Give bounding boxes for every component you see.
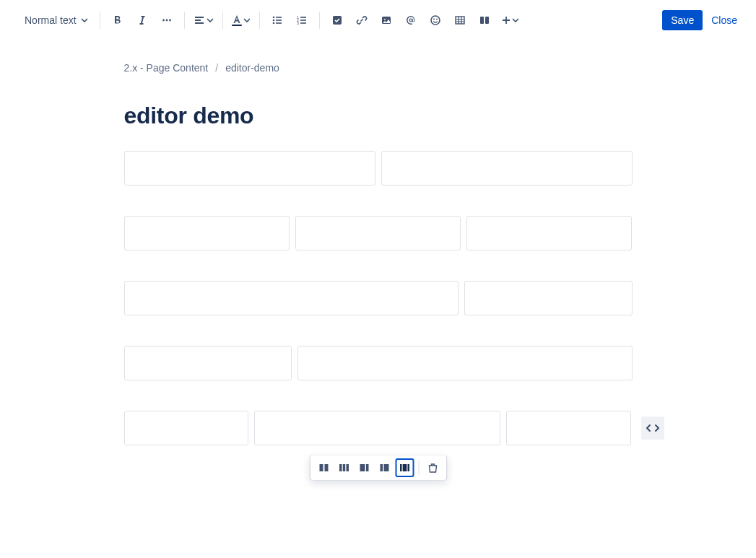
mention-icon bbox=[405, 14, 417, 26]
chevron-down-icon bbox=[81, 17, 88, 24]
svg-rect-10 bbox=[300, 17, 306, 18]
svg-rect-23 bbox=[485, 17, 489, 24]
layout-cell[interactable] bbox=[124, 411, 248, 445]
left-wide-icon bbox=[358, 462, 370, 474]
layout-button[interactable] bbox=[473, 9, 496, 32]
mention-button[interactable] bbox=[399, 9, 422, 32]
bold-button[interactable] bbox=[106, 9, 129, 32]
svg-rect-16 bbox=[382, 17, 391, 24]
svg-rect-29 bbox=[360, 464, 365, 471]
svg-text:1: 1 bbox=[297, 15, 299, 19]
layout-cell[interactable] bbox=[124, 346, 292, 380]
svg-rect-6 bbox=[276, 19, 282, 21]
formatting-group bbox=[106, 9, 178, 32]
task-icon bbox=[331, 14, 343, 26]
editor-toolbar: Normal text bbox=[0, 0, 756, 40]
save-button[interactable]: Save bbox=[662, 10, 703, 30]
layout-option-three-equal[interactable] bbox=[334, 458, 353, 477]
layout-section-wrapper bbox=[124, 151, 633, 489]
layout-option-two-equal[interactable] bbox=[314, 458, 333, 477]
svg-rect-28 bbox=[346, 464, 349, 471]
svg-rect-35 bbox=[407, 464, 409, 471]
layout-row-right-wide[interactable] bbox=[124, 346, 633, 380]
image-button[interactable] bbox=[375, 9, 398, 32]
svg-rect-12 bbox=[300, 19, 306, 21]
breadcrumb-separator: / bbox=[215, 62, 218, 74]
svg-rect-4 bbox=[276, 17, 282, 18]
align-left-icon bbox=[194, 14, 205, 26]
layout-cell[interactable] bbox=[254, 411, 500, 445]
more-icon bbox=[161, 14, 173, 26]
task-list-button[interactable] bbox=[326, 9, 349, 32]
trash-icon bbox=[427, 462, 438, 474]
layout-cell[interactable] bbox=[506, 411, 630, 445]
go-wide-button[interactable] bbox=[641, 417, 664, 440]
layout-row-three-equal[interactable] bbox=[124, 216, 633, 250]
text-color-group bbox=[229, 9, 253, 32]
layout-cell[interactable] bbox=[464, 281, 633, 315]
layout-row-two-equal[interactable] bbox=[124, 151, 633, 186]
remove-layout-button[interactable] bbox=[423, 458, 442, 477]
toolbar-divider bbox=[319, 12, 320, 29]
link-button[interactable] bbox=[350, 9, 373, 32]
layout-option-left-wide[interactable] bbox=[355, 458, 373, 477]
toolbar-actions: Save Close bbox=[662, 10, 737, 30]
layout-cell[interactable] bbox=[124, 281, 459, 315]
svg-text:3: 3 bbox=[297, 21, 299, 25]
layout-cell[interactable] bbox=[124, 151, 375, 186]
align-button[interactable] bbox=[191, 9, 217, 32]
svg-rect-33 bbox=[400, 464, 402, 471]
svg-rect-34 bbox=[402, 464, 407, 471]
link-icon bbox=[356, 14, 368, 26]
svg-point-18 bbox=[431, 16, 440, 25]
svg-rect-24 bbox=[319, 464, 323, 471]
close-button[interactable]: Close bbox=[711, 14, 737, 26]
chevron-down-icon bbox=[207, 17, 214, 24]
more-formatting-button[interactable] bbox=[155, 9, 178, 32]
toolbar-divider bbox=[418, 461, 419, 475]
svg-rect-21 bbox=[456, 17, 464, 24]
numbered-list-icon: 123 bbox=[296, 14, 308, 26]
emoji-button[interactable] bbox=[424, 9, 447, 32]
center-wide-icon bbox=[399, 462, 410, 474]
svg-point-19 bbox=[433, 19, 435, 20]
svg-rect-25 bbox=[324, 464, 328, 471]
editor-page: 2.x - Page Content / editor-demo editor … bbox=[104, 62, 653, 489]
toolbar-divider bbox=[259, 12, 260, 29]
italic-icon bbox=[136, 14, 148, 26]
svg-rect-14 bbox=[300, 22, 306, 24]
svg-text:2: 2 bbox=[297, 18, 299, 22]
image-icon bbox=[381, 14, 392, 26]
layout-cell[interactable] bbox=[297, 346, 632, 380]
insert-more-button[interactable] bbox=[498, 9, 522, 32]
layout-row-left-wide[interactable] bbox=[124, 281, 633, 315]
numbered-list-button[interactable]: 123 bbox=[290, 9, 313, 32]
emoji-icon bbox=[430, 14, 441, 26]
plus-icon bbox=[500, 14, 512, 26]
three-columns-icon bbox=[338, 462, 349, 474]
layout-cell[interactable] bbox=[381, 151, 633, 186]
svg-point-0 bbox=[162, 19, 165, 22]
bullet-list-button[interactable] bbox=[266, 9, 289, 32]
chevron-down-icon bbox=[243, 17, 251, 24]
layout-row-three-center-wide[interactable] bbox=[124, 411, 633, 445]
page-title[interactable]: editor demo bbox=[124, 103, 633, 129]
text-style-selector[interactable]: Normal text bbox=[19, 9, 94, 32]
layout-option-three-center-wide[interactable] bbox=[395, 458, 414, 477]
text-color-button[interactable] bbox=[229, 9, 253, 32]
layout-cell[interactable] bbox=[124, 216, 290, 250]
svg-rect-26 bbox=[339, 464, 342, 471]
svg-point-3 bbox=[272, 17, 274, 19]
layout-cell[interactable] bbox=[466, 216, 632, 250]
svg-rect-8 bbox=[276, 22, 282, 24]
table-button[interactable] bbox=[448, 9, 472, 32]
list-group: 123 bbox=[266, 9, 313, 32]
layout-option-right-wide[interactable] bbox=[375, 458, 394, 477]
italic-button[interactable] bbox=[131, 9, 154, 32]
layout-cell[interactable] bbox=[295, 216, 461, 250]
layout-options-toolbar bbox=[310, 455, 446, 480]
right-wide-icon bbox=[378, 462, 390, 474]
layout-icon bbox=[479, 14, 490, 26]
breadcrumb-parent[interactable]: 2.x - Page Content bbox=[124, 62, 209, 74]
toolbar-divider bbox=[184, 12, 185, 29]
